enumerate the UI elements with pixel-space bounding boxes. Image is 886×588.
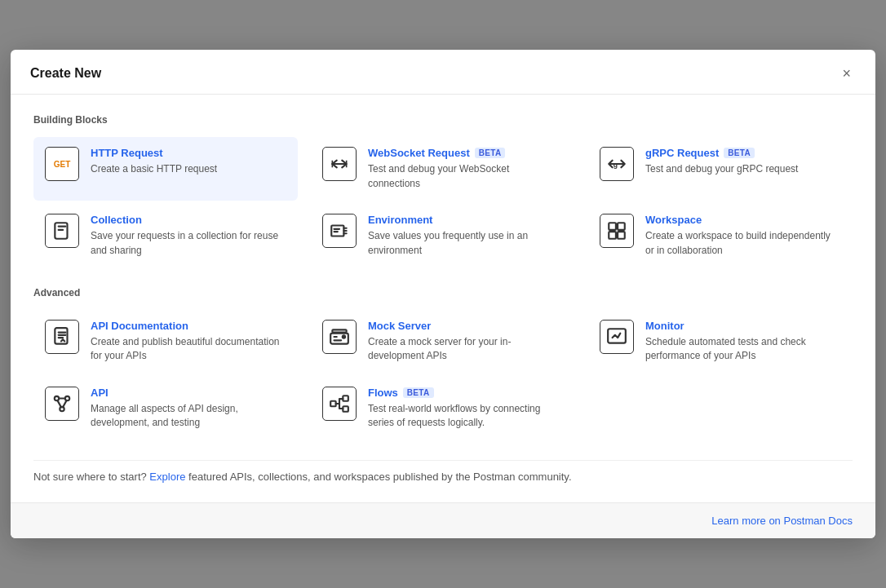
grpc-icon: g [600, 147, 634, 181]
svg-rect-5 [609, 223, 616, 230]
svg-text:g: g [614, 161, 618, 170]
svg-point-11 [343, 335, 345, 338]
item-monitor[interactable]: Monitor Schedule automated tests and che… [588, 310, 853, 374]
item-mock-name-row: Mock Server [368, 320, 564, 332]
item-api-doc-name-row: API Documentation [91, 320, 286, 332]
item-api-doc-info: API Documentation Create and publish bea… [91, 320, 286, 364]
item-http-info: HTTP Request Create a basic HTTP request [91, 147, 286, 176]
modal-header: Create New × [11, 50, 875, 95]
item-environment-info: Environment Save values you frequently u… [368, 214, 564, 258]
item-flows[interactable]: Flows BETA Test real-world workflows by … [311, 377, 575, 440]
item-http-desc: Create a basic HTTP request [91, 162, 286, 176]
item-flows-name-row: Flows BETA [368, 387, 564, 399]
svg-rect-8 [618, 232, 625, 239]
section-label-advanced: Advanced [33, 287, 853, 298]
item-environment-name: Environment [368, 214, 432, 226]
section-label-building-blocks: Building Blocks [33, 114, 853, 126]
item-monitor-name-row: Monitor [645, 320, 841, 332]
flows-icon [322, 387, 357, 421]
environment-icon [322, 214, 357, 248]
item-api-doc-name: API Documentation [91, 320, 188, 332]
modal-overlay: Create New × Building Blocks GET HTTP Re… [0, 0, 886, 588]
item-api-name: API [91, 387, 109, 399]
item-grpc-desc: Test and debug your gRPC request [645, 162, 841, 176]
bottom-text-after: featured APIs, collections, and workspac… [188, 471, 571, 483]
item-collection-info: Collection Save your requests in a colle… [91, 214, 286, 258]
svg-rect-18 [343, 396, 348, 401]
item-flows-info: Flows BETA Test real-world workflows by … [368, 387, 564, 431]
item-mock-info: Mock Server Create a mock server for you… [368, 320, 564, 364]
item-api-desc: Manage all aspects of API design, develo… [91, 402, 286, 431]
item-grpc-name: gRPC Request [645, 147, 719, 159]
get-icon: GET [45, 147, 79, 181]
websocket-icon [322, 147, 357, 181]
flows-badge: BETA [403, 387, 434, 398]
item-workspace-info: Workspace Create a workspace to build in… [645, 214, 841, 258]
item-collection[interactable]: Collection Save your requests in a colle… [33, 204, 298, 267]
item-websocket-name-row: WebSocket Request BETA [368, 147, 564, 159]
item-api-doc-desc: Create and publish beautiful documentati… [91, 335, 286, 364]
item-api[interactable]: API Manage all aspects of API design, de… [33, 377, 298, 440]
explore-link[interactable]: Explore [149, 471, 185, 483]
svg-rect-6 [618, 223, 625, 230]
bottom-text: Not sure where to start? Explore feature… [33, 460, 853, 489]
item-workspace-desc: Create a workspace to build independentl… [645, 229, 841, 258]
item-workspace-name-row: Workspace [645, 214, 841, 226]
item-monitor-info: Monitor Schedule automated tests and che… [645, 320, 841, 364]
workspace-icon [600, 214, 634, 248]
item-environment-desc: Save values you frequently use in an env… [368, 229, 564, 258]
item-collection-name: Collection [91, 214, 142, 226]
item-http-name-row: HTTP Request [91, 147, 286, 159]
empty-cell [588, 377, 853, 440]
svg-rect-10 [330, 334, 348, 344]
item-websocket-info: WebSocket Request BETA Test and debug yo… [368, 147, 564, 191]
collection-icon [45, 214, 79, 248]
create-new-modal: Create New × Building Blocks GET HTTP Re… [11, 50, 875, 537]
item-http-request[interactable]: GET HTTP Request Create a basic HTTP req… [33, 137, 298, 201]
item-mock-desc: Create a mock server for your in-develop… [368, 335, 564, 364]
item-workspace[interactable]: Workspace Create a workspace to build in… [588, 204, 853, 267]
item-api-name-row: API [91, 387, 286, 399]
item-grpc-info: gRPC Request BETA Test and debug your gR… [645, 147, 841, 176]
item-http-name: HTTP Request [91, 147, 163, 159]
item-mock-name: Mock Server [368, 320, 431, 332]
close-button[interactable]: × [837, 64, 856, 82]
item-environment-name-row: Environment [368, 214, 564, 226]
api-icon [45, 387, 79, 421]
mock-icon [322, 320, 357, 354]
svg-rect-7 [609, 232, 616, 239]
item-websocket-desc: Test and debug your WebSocket connection… [368, 162, 564, 191]
item-websocket-request[interactable]: WebSocket Request BETA Test and debug yo… [311, 137, 575, 201]
svg-rect-19 [343, 406, 348, 412]
item-grpc-request[interactable]: g gRPC Request BETA Test and debug your … [588, 137, 853, 201]
item-api-documentation[interactable]: API Documentation Create and publish bea… [33, 310, 298, 374]
item-collection-name-row: Collection [91, 214, 286, 226]
item-websocket-name: WebSocket Request [368, 147, 470, 159]
building-blocks-grid: GET HTTP Request Create a basic HTTP req… [33, 137, 853, 267]
item-environment[interactable]: Environment Save values you frequently u… [311, 204, 575, 267]
item-mock-server[interactable]: Mock Server Create a mock server for you… [311, 310, 575, 374]
modal-body: Building Blocks GET HTTP Request Create … [11, 95, 875, 502]
item-grpc-name-row: gRPC Request BETA [645, 147, 841, 159]
modal-title: Create New [30, 66, 101, 81]
item-monitor-desc: Schedule automated tests and check perfo… [645, 335, 841, 364]
item-flows-desc: Test real-world workflows by connecting … [368, 402, 564, 431]
monitor-icon [600, 320, 634, 354]
item-monitor-name: Monitor [645, 320, 684, 332]
modal-footer: Learn more on Postman Docs [11, 502, 875, 538]
item-api-info: API Manage all aspects of API design, de… [91, 387, 286, 431]
advanced-grid: API Documentation Create and publish bea… [33, 310, 853, 440]
item-workspace-name: Workspace [645, 214, 702, 226]
item-flows-name: Flows [368, 387, 398, 399]
item-collection-desc: Save your requests in a collection for r… [91, 229, 286, 258]
websocket-badge: BETA [475, 148, 506, 158]
postman-docs-link[interactable]: Learn more on Postman Docs [711, 515, 853, 527]
grpc-badge: BETA [724, 148, 755, 158]
svg-rect-12 [332, 329, 346, 332]
api-doc-icon [45, 320, 79, 354]
